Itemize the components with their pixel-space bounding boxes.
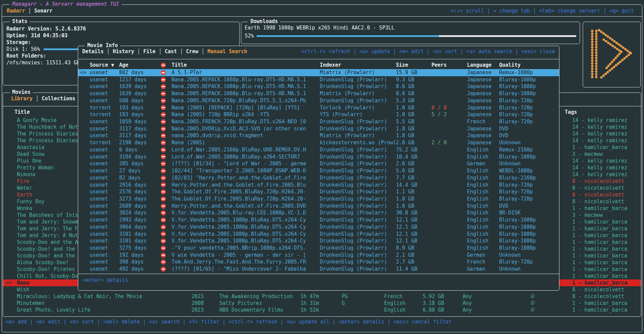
release-row[interactable]: usenet82 days[02/83] "Harry.Potter.and.t… — [78, 174, 559, 182]
column-header-size[interactable]: Size — [396, 62, 431, 69]
rejected-icon — [161, 70, 166, 75]
tab-file[interactable]: File — [143, 48, 156, 55]
release-row[interactable]: usenet1217 daysNana.2005.REPACK.1080p.Bl… — [78, 76, 559, 83]
release-row[interactable]: usenet3275 days-"V pour vendetta.2005.BR… — [78, 245, 559, 252]
download-progress-gauge — [257, 35, 576, 37]
release-language: English — [467, 167, 499, 174]
release-row[interactable]: usenet0 daysLord.of.War.2005.2160p.BluRa… — [78, 146, 559, 153]
release-row[interactable]: usenet3101 daysV.for.Vendetta.2005.1080p… — [78, 231, 559, 238]
rejected-icon — [161, 133, 166, 138]
release-indexer: Torlock (Prowlarr) — [320, 104, 396, 111]
release-indexer: DrunkenSlug (Prowlarr) — [320, 258, 396, 266]
release-row[interactable]: usenet2689 daysHarry.Potter.and.the.Gobl… — [78, 203, 559, 210]
rejected-icon — [161, 182, 166, 187]
release-source: usenet — [90, 83, 119, 90]
release-source: usenet — [90, 209, 119, 216]
release-age: 3117 days — [119, 132, 161, 139]
tab-library[interactable]: Library — [11, 96, 32, 102]
release-peers — [431, 188, 467, 195]
column-header-peers[interactable]: Peers — [431, 62, 467, 69]
tab-details[interactable]: Details — [82, 48, 104, 55]
release-age: 2576 days — [119, 188, 161, 195]
movie-size: 5.92 GB — [423, 293, 463, 300]
release-row[interactable]: torrent2190 daysNana (2005)kickasstorren… — [78, 139, 559, 146]
column-header-quality[interactable]: Quality — [499, 62, 560, 69]
top-keybind-hints: <↑↓> scroll | ↔ change tab | <tab> chang… — [450, 8, 634, 14]
release-size: 12.1 GB — [396, 237, 431, 245]
column-header-release-title[interactable]: Title — [172, 62, 320, 69]
release-row[interactable]: usenet1059 daysNana.2005.FRENCH.720p.Blu… — [78, 118, 559, 125]
rejected-cell — [161, 118, 172, 125]
movie-row[interactable]: Minutemen2008Salty Pictures1h 31mGEnglis… — [3, 300, 641, 307]
release-indexer: DrunkenSlug (Prowlarr) — [320, 252, 396, 259]
tab-collections[interactable]: Collections — [42, 96, 75, 102]
release-row[interactable]: =>usenet802 daysA 5.1-PTerMiatrix (Prowl… — [78, 69, 559, 76]
column-header-source[interactable]: Source ▼ — [90, 62, 119, 69]
release-row[interactable]: usenet2993 daysV.for.Vendetta.2005.1080p… — [78, 216, 559, 224]
release-peers — [431, 160, 467, 167]
release-quality: WEBDL-1080p — [499, 167, 560, 174]
release-source: torrent — [90, 139, 119, 146]
release-row[interactable]: usenet398 daysTom.And.Jerry.The.Fast.And… — [78, 258, 559, 266]
selected-row-arrow — [3, 218, 15, 225]
tab-cast[interactable]: Cast — [165, 48, 177, 55]
movie-row[interactable]: Miraculous: Ladybug & Cat Noir, The Movi… — [3, 293, 641, 300]
release-row[interactable]: usenet1639 daysNana.2005.REPACK.1080p.Bl… — [78, 90, 559, 97]
release-source: usenet — [90, 132, 119, 139]
release-row[interactable]: usenet3194 daysLord.of.War.2005.1080p.Bl… — [78, 153, 559, 161]
movie-tag: 1 - hamilcar_barca — [570, 266, 644, 273]
movie-tag: 1 - hamilcar_barca — [570, 218, 644, 225]
rejected-cell — [161, 203, 172, 210]
release-size: 2.6 GB — [396, 160, 431, 167]
release-row[interactable]: usenet192 daysV wie Vendetta - 2005 - ge… — [78, 252, 559, 259]
tab-history[interactable]: History — [113, 48, 134, 55]
release-language: English — [467, 182, 499, 189]
release-row[interactable]: torrent193 daysNana (2005) [REPACK] [720… — [78, 104, 559, 111]
release-source: usenet — [90, 224, 119, 231]
release-quality: Remux-2160p — [499, 146, 560, 153]
release-row[interactable]: usenet492 days(????) [01/65] - "Miss Und… — [78, 266, 559, 273]
column-header-indexer[interactable]: Indexer — [320, 62, 396, 69]
release-row[interactable]: usenet1639 daysNana.2005.REPACK.1080p.Bl… — [78, 83, 559, 90]
release-row[interactable]: usenet508 daysNana.2005.REPACK.720p.BluR… — [78, 97, 559, 104]
column-header-age[interactable]: Age — [119, 62, 161, 69]
tab-radarr[interactable]: Radarr — [7, 8, 25, 14]
movie-tag: 1 - hamilcar_barca — [570, 246, 644, 252]
release-source: usenet — [90, 216, 119, 224]
disk-usage-label: Disk 1: 56% — [6, 46, 40, 53]
tab-manual-search[interactable]: Manual Search — [207, 48, 247, 55]
release-row[interactable]: usenet2576 daysThe.Goblet.Of.Fire.2005.B… — [78, 188, 559, 195]
release-row[interactable]: usenet3117 daysnana.2005.dvdrip.xvid.fra… — [78, 132, 559, 139]
selected-row-arrow — [3, 300, 15, 307]
selected-row-arrow — [78, 266, 90, 273]
tab-sonarr[interactable]: Sonarr — [34, 8, 52, 14]
release-title: V.for.Vendetta.2005.1080p.BluRay.DTS.x26… — [172, 216, 320, 224]
release-source: usenet — [90, 266, 119, 273]
release-age: 398 days — [119, 258, 161, 266]
tab-crew[interactable]: Crew — [186, 48, 198, 55]
release-language: English — [467, 146, 499, 153]
release-row[interactable]: usenet27 days[02/44] "Transporter 2.2005… — [78, 167, 559, 174]
release-title: -"V pour vendetta.2005.BRrip.1080p.x264-… — [172, 245, 320, 252]
release-row[interactable]: usenet3024 daysV.for.Vendetta.2005.Blu-r… — [78, 209, 559, 216]
rejected-icon — [161, 126, 166, 131]
release-row[interactable]: usenet3273 daysThe.Goblet.Of.Fire.2005.B… — [78, 195, 559, 203]
release-title: The.Goblet.Of.Fire.2005.BluRay.720p.H264… — [172, 188, 320, 195]
release-age: 1217 days — [119, 76, 161, 83]
rejected-cell — [161, 104, 172, 111]
release-row[interactable]: usenet285 days(????) [01/34] - "Lord of … — [78, 160, 559, 167]
release-row[interactable]: usenet2916 daysHarry.Potter.and.the.Gobl… — [78, 182, 559, 189]
release-row[interactable]: usenet3064 daysV.for.Vendetta.2005.1080p… — [78, 224, 559, 231]
release-row[interactable]: usenet3117 daysNana.2005.DVDRip.XviD.AC3… — [78, 125, 559, 132]
rejected-cell — [161, 237, 172, 245]
release-peers — [431, 252, 467, 259]
rejected-cell — [161, 195, 172, 203]
column-header-language[interactable]: Language — [467, 62, 499, 69]
movie-row[interactable]: Great Photo, Lovely Life2023HBO Document… — [3, 307, 641, 313]
release-row[interactable]: torrent193 daysNana (2005) 720p BRRip x2… — [78, 111, 559, 118]
release-row[interactable]: usenet3101 daysV.for.Vendetta.2005.1080p… — [78, 237, 559, 245]
release-quality: Bluray-1080p — [499, 76, 560, 83]
release-size: 12.1 GB — [396, 224, 431, 231]
rejected-cell — [161, 266, 172, 273]
release-peers — [431, 118, 467, 125]
